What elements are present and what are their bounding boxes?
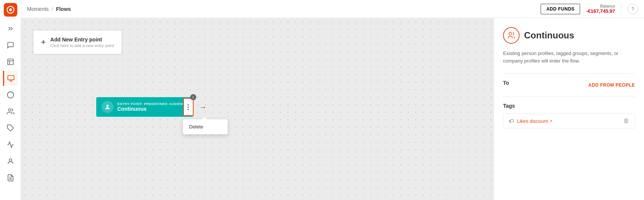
plus-icon: + xyxy=(41,37,46,47)
sidebar-item-segments[interactable] xyxy=(3,87,18,102)
help-button[interactable]: ? xyxy=(627,4,638,14)
to-label: To xyxy=(503,80,509,86)
sidebar xyxy=(0,0,21,200)
balance-label: Balance xyxy=(586,4,615,8)
sidebar-item-tags[interactable] xyxy=(3,121,18,136)
context-menu-delete[interactable]: Delete xyxy=(183,121,227,133)
svg-rect-5 xyxy=(8,76,14,80)
add-from-people-link[interactable]: ADD FROM PEOPLE xyxy=(588,82,635,88)
svg-point-11 xyxy=(9,159,12,161)
sidebar-item-flows[interactable] xyxy=(3,71,18,86)
svg-point-1 xyxy=(9,8,12,11)
header: Moments / Flows ADD FUNDS Balance -€167,… xyxy=(21,0,644,18)
sidebar-item-chat[interactable] xyxy=(3,38,18,53)
tag-link[interactable]: Likes discount ↗ xyxy=(517,118,552,124)
tag-icon: 🏷 xyxy=(509,118,514,124)
right-panel: Continuous Existing person profiles, tag… xyxy=(494,18,644,200)
dot2 xyxy=(188,107,189,108)
flow-node-icon xyxy=(102,101,114,113)
arrow-icon: → xyxy=(199,103,207,111)
sidebar-item-reports[interactable] xyxy=(3,170,18,185)
panel-header: Continuous xyxy=(503,27,635,44)
panel-description: Existing person profiles, tagged groups,… xyxy=(503,50,635,64)
panel-title: Continuous xyxy=(524,30,574,41)
tags-label: Tags xyxy=(503,103,635,109)
balance-section: Balance -€167,745.97 xyxy=(586,4,615,14)
flow-node[interactable]: ENTRY POINT: PREDEFINED AUDIENCE Continu… xyxy=(96,97,193,117)
node-badge: 1 xyxy=(190,94,196,100)
breadcrumb-separator: / xyxy=(52,6,53,12)
entry-title: Add New Entry point xyxy=(50,37,114,43)
svg-point-14 xyxy=(106,105,109,107)
svg-point-15 xyxy=(509,32,512,35)
tag-delete-button[interactable]: 🗑 xyxy=(623,118,629,124)
external-link-icon: ↗ xyxy=(549,119,552,123)
content-area: + Add New Entry point Click here to add … xyxy=(21,18,644,200)
panel-divider-1 xyxy=(503,73,635,74)
breadcrumb-flows: Flows xyxy=(56,6,71,12)
dot1 xyxy=(188,104,189,105)
sidebar-item-campaigns[interactable] xyxy=(3,54,18,69)
svg-rect-2 xyxy=(8,59,13,65)
panel-icon xyxy=(503,27,520,44)
dot3 xyxy=(188,109,189,110)
sidebar-item-audience[interactable] xyxy=(3,154,18,169)
sidebar-item-people[interactable] xyxy=(3,104,18,119)
node-type-label: ENTRY POINT: PREDEFINED AUDIENCE xyxy=(117,102,188,106)
app-logo[interactable] xyxy=(4,3,17,17)
entry-text: Add New Entry point Click here to add a … xyxy=(50,37,114,48)
breadcrumb: Moments / Flows xyxy=(27,6,71,12)
node-name: Continuous xyxy=(117,106,188,112)
flow-node-wrapper: ENTRY POINT: PREDEFINED AUDIENCE Continu… xyxy=(96,97,207,117)
balance-value: -€167,745.97 xyxy=(586,8,615,14)
tags-section: Tags 🏷 Likes discount ↗ 🗑 xyxy=(503,103,635,128)
tag-row: 🏷 Likes discount ↗ 🗑 xyxy=(503,113,635,128)
sidebar-item-expand[interactable] xyxy=(3,21,18,36)
panel-divider-2 xyxy=(503,96,635,97)
header-right: ADD FUNDS Balance -€167,745.97 ? xyxy=(541,4,638,14)
sidebar-item-analytics[interactable] xyxy=(3,137,18,152)
flow-arrow: → xyxy=(196,103,207,111)
flow-node-text: ENTRY POINT: PREDEFINED AUDIENCE Continu… xyxy=(117,102,188,112)
add-entry-point-card[interactable]: + Add New Entry point Click here to add … xyxy=(33,30,122,54)
header-divider xyxy=(621,4,621,14)
main-area: Moments / Flows ADD FUNDS Balance -€167,… xyxy=(21,0,644,200)
context-menu: Delete xyxy=(183,119,228,134)
header-left: Moments / Flows xyxy=(27,6,71,12)
tag-item: 🏷 Likes discount ↗ xyxy=(509,118,552,124)
breadcrumb-moments[interactable]: Moments xyxy=(27,6,49,12)
entry-subtitle: Click here to add a new entry point xyxy=(50,43,114,48)
panel-to-row: To ADD FROM PEOPLE xyxy=(503,80,635,90)
tag-name: Likes discount xyxy=(517,118,548,124)
node-more-button[interactable] xyxy=(183,98,194,116)
svg-point-9 xyxy=(8,109,11,111)
add-funds-button[interactable]: ADD FUNDS xyxy=(541,4,580,14)
flow-canvas[interactable]: + Add New Entry point Click here to add … xyxy=(21,18,494,200)
